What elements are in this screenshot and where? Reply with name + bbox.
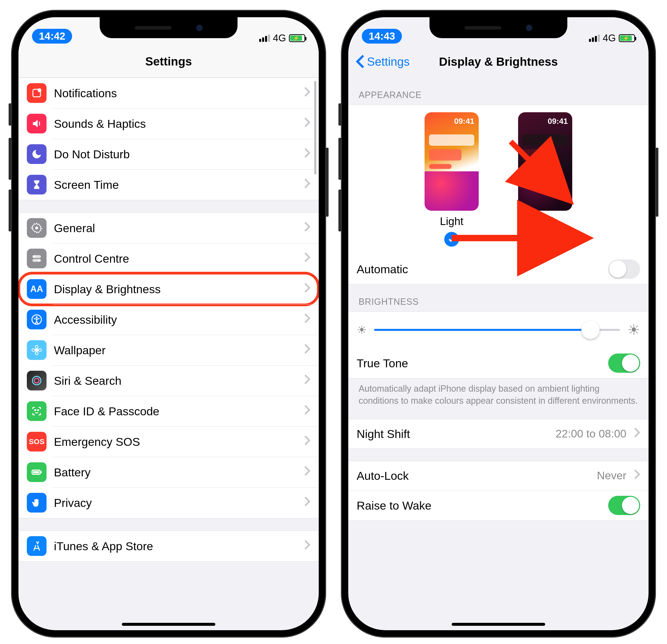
row-label: Display & Brightness (54, 283, 297, 296)
chevron-right-icon (304, 86, 310, 100)
sos-icon: SOS (27, 432, 47, 451)
network-label: 4G (273, 32, 286, 44)
row-general[interactable]: General (18, 213, 319, 243)
light-label: Light (440, 215, 463, 227)
sun-small-icon: ☀︎ (357, 323, 367, 337)
row-label: Night Shift (357, 427, 548, 441)
page-title: Settings (145, 55, 192, 68)
status-time: 14:43 (362, 29, 402, 44)
row-label: Raise to Wake (357, 499, 601, 512)
truetone-switch[interactable] (608, 354, 640, 373)
svg-point-8 (36, 316, 38, 318)
svg-rect-20 (33, 471, 39, 473)
row-label: Automatic (357, 262, 601, 276)
row-faceid[interactable]: Face ID & Passcode (18, 396, 319, 426)
row-sounds[interactable]: Sounds & Haptics (18, 108, 319, 139)
row-value: Never (597, 469, 627, 482)
chevron-right-icon (634, 426, 640, 441)
row-screentime[interactable]: Screen Time (18, 170, 319, 200)
svg-point-10 (35, 345, 38, 348)
chevron-right-icon (304, 221, 310, 235)
row-wallpaper[interactable]: Wallpaper (18, 335, 319, 365)
settings-list[interactable]: Notifications Sounds & Haptics (18, 78, 319, 630)
moon-icon (27, 144, 47, 164)
notch (100, 17, 238, 38)
chevron-right-icon (304, 465, 310, 479)
row-accessibility[interactable]: Accessibility (18, 304, 319, 335)
sounds-icon (27, 114, 47, 133)
row-label: Accessibility (54, 313, 297, 326)
network-label: 4G (603, 32, 616, 44)
row-siri[interactable]: Siri & Search (18, 365, 319, 396)
row-label: Control Centre (54, 252, 297, 265)
row-privacy[interactable]: Privacy (18, 487, 319, 518)
phone-screen-right: 14:43 4G ⚡ Settings Display & Brightness… (348, 17, 649, 630)
row-value: 22:00 to 08:00 (555, 428, 627, 440)
svg-point-9 (35, 349, 38, 352)
chevron-right-icon (304, 147, 310, 161)
svg-point-4 (33, 256, 35, 258)
row-dnd[interactable]: Do Not Disturb (18, 139, 319, 170)
row-sos[interactable]: SOS Emergency SOS (18, 426, 319, 457)
svg-point-6 (38, 259, 40, 261)
row-notifications[interactable]: Notifications (18, 78, 319, 108)
svg-point-14 (32, 376, 41, 385)
chevron-right-icon (304, 496, 310, 510)
svg-point-1 (38, 88, 42, 92)
home-indicator[interactable] (122, 623, 215, 626)
row-truetone[interactable]: True Tone (348, 348, 649, 378)
appearance-option-dark[interactable]: 09:41 Dark (518, 112, 572, 247)
radio-checked-icon[interactable] (444, 232, 459, 247)
group-header-brightness: BRIGHTNESS (348, 297, 649, 311)
dark-label: Dark (534, 215, 557, 227)
row-autolock[interactable]: Auto-Lock Never (348, 461, 649, 490)
row-label: General (54, 221, 297, 235)
status-time: 14:42 (32, 29, 72, 44)
home-indicator[interactable] (452, 623, 545, 626)
signal-icon (589, 34, 600, 42)
faceid-icon (27, 401, 47, 421)
truetone-footer: Automatically adapt iPhone display based… (348, 379, 649, 407)
battery-icon: ⚡ (619, 34, 635, 42)
svg-point-11 (35, 352, 38, 355)
battery-icon: ⚡ (289, 34, 305, 42)
notch (429, 17, 567, 38)
phone-frame-left: 14:42 4G ⚡ Settings Notifications (11, 10, 326, 638)
svg-point-2 (35, 226, 38, 229)
text-size-icon: AA (27, 279, 47, 299)
chevron-right-icon (304, 312, 310, 327)
row-raisetowake[interactable]: Raise to Wake (348, 490, 649, 520)
chevron-right-icon (634, 468, 640, 483)
row-display[interactable]: AA Display & Brightness (18, 274, 319, 304)
row-appstore[interactable]: iTunes & App Store (18, 531, 319, 561)
row-controlcentre[interactable]: Control Centre (18, 243, 319, 274)
radio-unchecked-icon[interactable] (538, 232, 553, 247)
chevron-right-icon (304, 282, 310, 296)
display-settings[interactable]: APPEARANCE 09:41 Light (348, 78, 649, 630)
appearance-option-light[interactable]: 09:41 Light (425, 112, 479, 247)
group-header-appearance: APPEARANCE (348, 90, 649, 104)
phone-screen-left: 14:42 4G ⚡ Settings Notifications (18, 17, 319, 630)
battery-icon (27, 462, 47, 482)
brightness-slider[interactable] (374, 329, 620, 331)
back-label: Settings (367, 55, 409, 68)
switches-icon (27, 248, 47, 268)
notifications-icon (27, 83, 47, 103)
chevron-right-icon (304, 116, 310, 131)
automatic-switch[interactable] (608, 259, 640, 279)
chevron-right-icon (304, 539, 310, 553)
row-nightshift[interactable]: Night Shift 22:00 to 08:00 (348, 419, 649, 448)
chevron-right-icon (304, 251, 310, 265)
row-battery[interactable]: Battery (18, 457, 319, 487)
svg-point-12 (32, 349, 35, 352)
row-automatic[interactable]: Automatic (348, 254, 649, 284)
siri-icon (27, 371, 47, 390)
back-button[interactable]: Settings (356, 54, 409, 69)
nav-header: Settings Display & Brightness (348, 46, 649, 78)
hand-icon (27, 493, 47, 513)
raisetowake-switch[interactable] (608, 496, 640, 515)
page-title: Display & Brightness (439, 55, 558, 68)
row-label: Wallpaper (54, 343, 297, 357)
chevron-right-icon (304, 404, 310, 418)
row-label: Screen Time (54, 178, 297, 192)
